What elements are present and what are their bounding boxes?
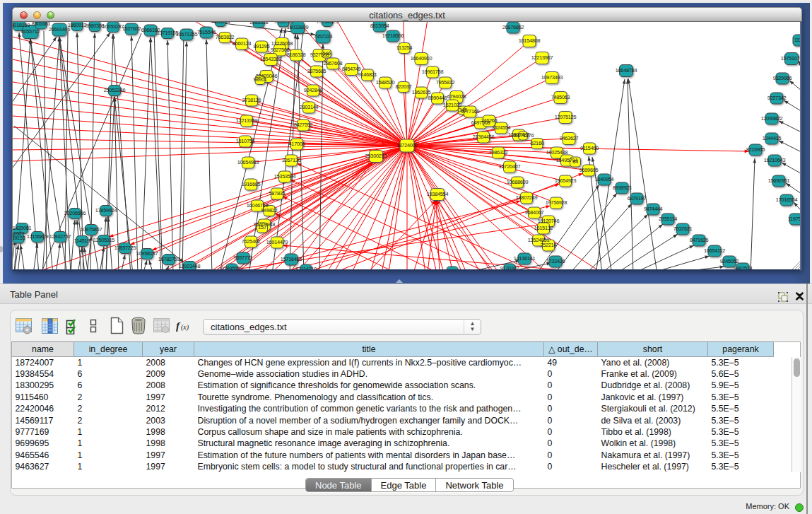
- svg-text:157: 157: [258, 224, 266, 230]
- svg-text:8301661: 8301661: [32, 22, 51, 27]
- svg-text:1733426: 1733426: [546, 258, 565, 264]
- svg-text:10653287: 10653287: [102, 23, 124, 30]
- svg-text:17859924: 17859924: [95, 207, 117, 214]
- svg-text:417006: 417006: [289, 141, 305, 147]
- svg-text:9463627: 9463627: [560, 135, 579, 141]
- svg-text:8813054: 8813054: [370, 23, 389, 29]
- svg-text:15751074: 15751074: [781, 55, 801, 62]
- svg-text:1860913: 1860913: [68, 22, 87, 28]
- svg-text:2867608: 2867608: [324, 60, 343, 66]
- svg-text:12975125: 12975125: [555, 114, 577, 120]
- svg-text:16210643: 16210643: [764, 157, 786, 163]
- svg-text:12942757: 12942757: [49, 233, 71, 240]
- svg-text:97465075: 97465075: [442, 268, 464, 270]
- svg-text:9474444: 9474444: [644, 206, 663, 212]
- svg-text:3267130: 3267130: [282, 157, 301, 163]
- svg-text:2718126: 2718126: [242, 97, 261, 103]
- svg-text:15353594: 15353594: [274, 173, 296, 180]
- svg-text:17857225: 17857225: [114, 245, 136, 251]
- svg-text:15692951: 15692951: [768, 177, 790, 184]
- svg-text:4055712: 4055712: [21, 28, 40, 35]
- svg-text:7485063: 7485063: [551, 94, 570, 100]
- svg-text:25053346: 25053346: [104, 87, 126, 93]
- svg-text:19756928: 19756928: [546, 199, 567, 206]
- svg-text:20206556: 20206556: [64, 210, 86, 216]
- svg-text:10958187: 10958187: [136, 250, 158, 257]
- svg-text:7663822: 7663822: [216, 34, 235, 40]
- svg-text:12213967: 12213967: [531, 54, 553, 61]
- svg-text:36671276: 36671276: [512, 132, 534, 139]
- svg-text:(x): (x): [181, 323, 189, 332]
- svg-text:16782759: 16782759: [158, 256, 180, 262]
- svg-text:1588520: 1588520: [376, 79, 395, 86]
- svg-text:746266: 746266: [481, 117, 498, 124]
- svg-text:2935114: 2935114: [659, 216, 677, 222]
- svg-text:7632621: 7632621: [673, 226, 693, 232]
- svg-text:10671355: 10671355: [176, 31, 198, 37]
- svg-text:16648784: 16648784: [616, 67, 637, 74]
- svg-text:10973493: 10973493: [541, 74, 563, 81]
- svg-text:39153: 39153: [13, 235, 25, 241]
- svg-text:16640910: 16640910: [411, 55, 433, 62]
- svg-text:113254: 113254: [396, 45, 413, 51]
- svg-text:9170342: 9170342: [500, 265, 519, 270]
- svg-text:891295: 891295: [254, 43, 270, 49]
- svg-text:7625402: 7625402: [242, 238, 261, 245]
- svg-text:10975867: 10975867: [81, 226, 102, 233]
- svg-text:01895559: 01895559: [221, 265, 243, 270]
- svg-text:6879197: 6879197: [628, 195, 647, 201]
- svg-text:17016504: 17016504: [776, 197, 798, 203]
- svg-text:116753: 116753: [788, 216, 801, 222]
- svg-text:9329966: 9329966: [773, 75, 792, 81]
- svg-text:25300213: 25300213: [365, 153, 387, 159]
- svg-text:12923448: 12923448: [179, 263, 201, 269]
- svg-text:19218506: 19218506: [382, 33, 404, 39]
- svg-text:19384554: 19384554: [427, 191, 449, 197]
- svg-text:546: 546: [322, 50, 331, 57]
- svg-text:18807249: 18807249: [516, 194, 538, 201]
- svg-text:16543382: 16543382: [260, 56, 282, 62]
- svg-text:10654112: 10654112: [704, 247, 725, 254]
- svg-text:13226058: 13226058: [271, 40, 293, 47]
- svg-text:16033809: 16033809: [287, 24, 309, 30]
- svg-text:1916685: 1916685: [242, 181, 261, 187]
- svg-text:8215955: 8215955: [746, 146, 765, 153]
- svg-text:9777169: 9777169: [461, 108, 480, 115]
- svg-text:9657771: 9657771: [234, 255, 253, 261]
- svg-text:26018159: 26018159: [13, 22, 30, 28]
- svg-text:9684067: 9684067: [525, 209, 544, 216]
- svg-text:9699695: 9699695: [579, 167, 599, 173]
- svg-text:10688609: 10688609: [507, 179, 529, 185]
- svg-text:949822: 949822: [261, 207, 278, 214]
- svg-text:3624554: 3624554: [492, 124, 511, 131]
- svg-text:7955812: 7955812: [436, 79, 455, 86]
- svg-text:98901: 98901: [253, 76, 266, 83]
- svg-text:84: 84: [572, 158, 578, 165]
- svg-text:7986322: 7986322: [489, 149, 508, 156]
- svg-text:9487574: 9487574: [734, 265, 753, 270]
- svg-text:1610755: 1610755: [236, 138, 255, 144]
- svg-text:97114710: 97114710: [295, 266, 317, 270]
- svg-text:12093822: 12093822: [761, 115, 783, 122]
- svg-text:4628194: 4628194: [211, 22, 230, 25]
- svg-text:18724007: 18724007: [396, 142, 418, 148]
- svg-text:10654983: 10654983: [237, 159, 259, 165]
- svg-text:7357224: 7357224: [314, 33, 333, 40]
- svg-text:9960308: 9960308: [86, 23, 105, 29]
- svg-text:1244415: 1244415: [763, 135, 782, 141]
- svg-text:1993518: 1993518: [249, 22, 269, 25]
- svg-text:9245052: 9245052: [720, 258, 739, 264]
- svg-text:79754323: 79754323: [317, 22, 339, 25]
- svg-text:12213369: 12213369: [236, 117, 258, 124]
- svg-text:9146821: 9146821: [358, 71, 377, 78]
- svg-text:8990448: 8990448: [428, 95, 447, 101]
- svg-text:822037: 822037: [396, 83, 412, 90]
- svg-text:1640954: 1640954: [595, 176, 614, 182]
- svg-text:8660124: 8660124: [233, 40, 252, 47]
- svg-text:62160: 62160: [530, 140, 543, 146]
- svg-text:8427552: 8427552: [294, 122, 313, 128]
- svg-text:14136141: 14136141: [514, 255, 536, 262]
- svg-text:3875685: 3875685: [307, 68, 326, 74]
- svg-text:7515546: 7515546: [197, 29, 216, 35]
- svg-text:12156829: 12156829: [27, 233, 49, 240]
